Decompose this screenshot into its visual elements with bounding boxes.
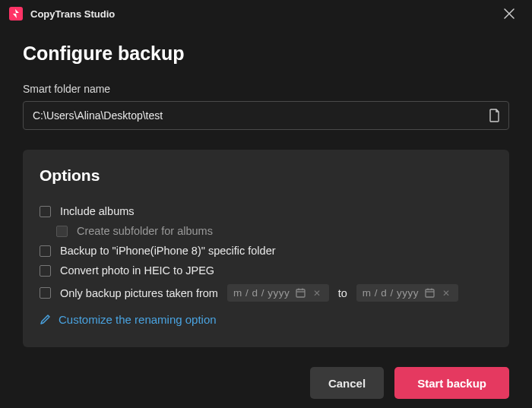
option-label: Create subfolder for albums: [77, 225, 213, 237]
dialog-footer: Cancel Start backup: [0, 362, 532, 408]
app-title: CopyTrans Studio: [30, 8, 115, 20]
folder-name-label: Smart folder name: [23, 83, 509, 95]
link-text: Customize the renaming option: [59, 313, 217, 326]
date-placeholder: m / d / yyyy: [363, 287, 419, 299]
option-convert-heic: Convert photo in HEIC to JPEG: [40, 261, 492, 280]
svg-rect-0: [296, 289, 305, 297]
option-label: Convert photo in HEIC to JPEG: [60, 264, 214, 277]
customize-renaming-link[interactable]: Customize the renaming option: [40, 313, 492, 326]
checkbox-create-subfolder: [56, 226, 68, 237]
checkbox-backup-specific[interactable]: [40, 245, 51, 257]
pencil-icon: [40, 314, 51, 325]
date-to-input[interactable]: m / d / yyyy ✕: [356, 284, 458, 302]
option-label: Include albums: [60, 205, 135, 217]
to-label: to: [338, 287, 347, 299]
checkbox-convert-heic[interactable]: [40, 265, 51, 277]
app-logo-icon: [9, 7, 23, 21]
cancel-button[interactable]: Cancel: [310, 367, 384, 399]
date-from-input[interactable]: m / d / yyyy ✕: [227, 284, 329, 302]
close-icon: [504, 8, 515, 19]
checkbox-include-albums[interactable]: [40, 206, 51, 217]
start-backup-button[interactable]: Start backup: [394, 367, 509, 399]
clear-date-icon[interactable]: ✕: [312, 288, 323, 299]
checkbox-date-range[interactable]: [40, 287, 51, 299]
dialog-content: Configure backup Smart folder name Optio…: [0, 27, 532, 362]
date-placeholder: m / d / yyyy: [233, 287, 290, 299]
title-bar: CopyTrans Studio: [0, 0, 532, 27]
calendar-icon: [296, 288, 306, 298]
calendar-icon: [425, 288, 435, 298]
page-title: Configure backup: [23, 43, 509, 65]
option-create-subfolder: Create subfolder for albums: [40, 221, 492, 241]
option-backup-specific-folder: Backup to "iPhone(iPhone 8)" specific fo…: [40, 241, 492, 261]
option-date-range: Only backup pictures taken from m / d / …: [40, 280, 492, 305]
file-icon: [489, 109, 501, 122]
browse-folder-button[interactable]: [486, 107, 503, 124]
option-label: Only backup pictures taken from: [60, 287, 218, 299]
clear-date-icon[interactable]: ✕: [441, 288, 452, 299]
window-close-button[interactable]: [496, 0, 523, 27]
option-include-albums: Include albums: [40, 201, 492, 221]
folder-path-input[interactable]: [23, 101, 509, 130]
options-title: Options: [40, 166, 492, 185]
svg-rect-4: [426, 289, 434, 297]
option-label: Backup to "iPhone(iPhone 8)" specific fo…: [60, 245, 276, 257]
folder-path-field: [23, 101, 509, 130]
options-panel: Options Include albums Create subfolder …: [23, 150, 509, 347]
